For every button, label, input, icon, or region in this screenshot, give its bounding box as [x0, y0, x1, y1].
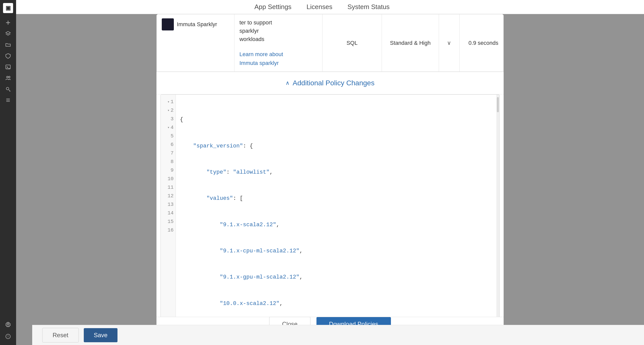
code-line-8: "10.0.x-scala2.12",: [180, 299, 495, 308]
additional-policy-label: Additional Policy Changes: [293, 79, 374, 87]
security-level: Standard & High: [390, 40, 430, 46]
line-numbers: ▾1 ▾2 3 ▾4 5 6 7 8 9 10 11 12 13 14: [161, 95, 176, 327]
reset-button[interactable]: Reset: [42, 328, 79, 342]
description-text: ter to supportsparklyrworkloads: [239, 18, 317, 43]
table-cell-description: ter to supportsparklyrworkloads Learn mo…: [234, 14, 322, 72]
table-row: Immuta Sparklyr ter to supportsparklyrwo…: [157, 14, 504, 72]
sidebar-icon-key[interactable]: [4, 85, 13, 94]
table-cell-time: 0.9 seconds: [460, 14, 504, 72]
svg-point-5: [7, 76, 8, 78]
additional-policy-toggle[interactable]: ∧ Additional Policy Changes: [286, 79, 374, 87]
code-line-6: "9.1.x-cpu-ml-scala2.12",: [180, 247, 495, 255]
sidebar-logo[interactable]: ▣: [3, 3, 13, 13]
svg-point-13: [7, 324, 9, 325]
policy-table-section: Immuta Sparklyr ter to supportsparklyrwo…: [156, 14, 504, 72]
sidebar-icon-folder[interactable]: [4, 40, 13, 49]
sidebar-icon-settings-bottom[interactable]: [4, 332, 13, 341]
code-editor[interactable]: ▾1 ▾2 3 ▾4 5 6 7 8 9 10 11 12 13 14: [161, 95, 499, 327]
time-value: 0.9 seconds: [468, 40, 498, 46]
code-line-5: "9.1.x-scala2.12",: [180, 220, 495, 229]
svg-point-6: [9, 76, 10, 78]
save-button[interactable]: Save: [84, 328, 118, 342]
app-icon: [162, 18, 174, 30]
sidebar: ▣: [0, 0, 16, 345]
svg-marker-2: [6, 31, 10, 34]
table-cell-name: Immuta Sparklyr: [157, 14, 234, 72]
sidebar-icon-plus[interactable]: [4, 18, 13, 27]
dropdown-arrow-icon[interactable]: ∨: [447, 40, 451, 46]
main-content: Immuta Sparklyr ter to supportsparklyrwo…: [16, 14, 644, 345]
vertical-scrollbar[interactable]: [496, 95, 499, 327]
code-line-2: "spark_version": {: [180, 142, 495, 150]
table-cell-type: SQL: [322, 14, 382, 72]
scrollbar-thumb[interactable]: [497, 97, 499, 112]
code-line-7: "9.1.x-gpu-ml-scala2.12",: [180, 273, 495, 282]
nav-system-status[interactable]: System Status: [347, 3, 390, 11]
sidebar-icon-shield[interactable]: [4, 51, 13, 60]
policy-table: Immuta Sparklyr ter to supportsparklyrwo…: [156, 14, 504, 72]
integration-type: SQL: [346, 40, 357, 46]
code-line-1: {: [180, 116, 495, 124]
svg-point-16: [8, 337, 8, 337]
sidebar-icon-settings[interactable]: [4, 320, 13, 329]
modal-dialog: Immuta Sparklyr ter to supportsparklyrwo…: [156, 14, 504, 331]
code-editor-section: ▾1 ▾2 3 ▾4 5 6 7 8 9 10 11 12 13 14: [160, 94, 500, 331]
sidebar-icon-users[interactable]: [4, 73, 13, 83]
nav-app-settings[interactable]: App Settings: [254, 3, 291, 11]
sidebar-icon-list[interactable]: [4, 96, 13, 105]
learn-more-link[interactable]: Learn more aboutImmuta sparklyr: [239, 50, 317, 67]
bottom-bar: Reset Save: [32, 325, 644, 345]
additional-policy-section: ∧ Additional Policy Changes: [156, 72, 504, 94]
sidebar-icon-terminal[interactable]: [4, 62, 13, 71]
top-nav: App Settings Licenses System Status: [0, 0, 644, 14]
code-content[interactable]: { "spark_version": { "type": "allowlist"…: [176, 95, 499, 327]
table-cell-level: Standard & High: [382, 14, 439, 72]
svg-point-7: [6, 87, 9, 90]
modal-overlay: Immuta Sparklyr ter to supportsparklyrwo…: [16, 14, 644, 345]
table-cell-arrow: ∨: [439, 14, 459, 72]
app-name: Immuta Sparklyr: [177, 21, 217, 28]
sidebar-icon-layers[interactable]: [4, 29, 13, 38]
code-line-3: "type": "allowlist",: [180, 168, 495, 177]
nav-licenses[interactable]: Licenses: [307, 3, 333, 11]
chevron-up-icon: ∧: [286, 80, 290, 86]
code-line-4: "values": [: [180, 194, 495, 203]
